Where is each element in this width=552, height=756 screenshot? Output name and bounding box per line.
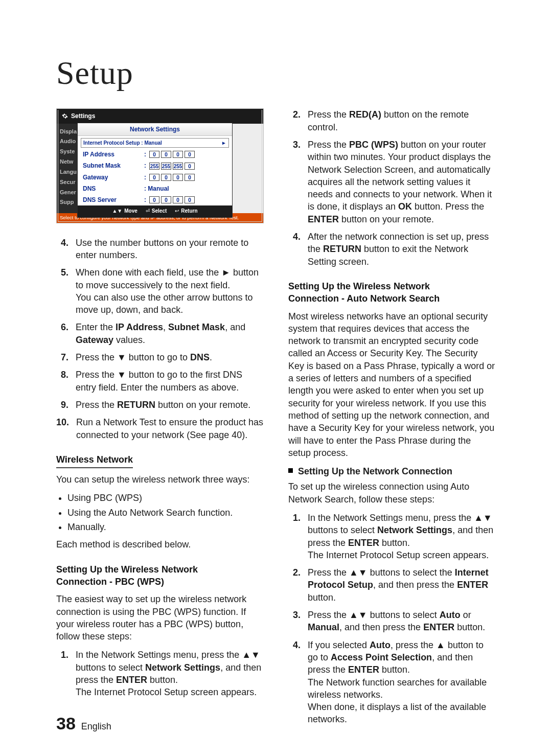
list-item: 1.In the Network Settings menu, press th… (56, 649, 264, 698)
ip-octets: : 0 0 0 0 (144, 173, 195, 181)
list-item: 2.Press the ▲▼ buttons to select the Int… (288, 566, 496, 604)
colon: : (144, 162, 146, 170)
subnet-mask-row: Subnet Mask : 255 255 255 0 (78, 160, 232, 171)
step-number: 1. (288, 512, 301, 561)
columns: Settings Displa Audio Syste Netw Langu S… (56, 108, 496, 730)
step-text: After the network connection is set up, … (308, 231, 496, 268)
octet: 0 (173, 196, 183, 203)
osd-panel: Network Settings Internet Protocol Setup… (77, 123, 233, 218)
octet: 255 (173, 163, 183, 170)
left-column: Settings Displa Audio Syste Netw Langu S… (56, 108, 264, 730)
step-number: 9. (56, 399, 68, 411)
softkey-select: ⏎Select (146, 208, 167, 215)
octet: 255 (149, 163, 159, 170)
wireless-note: Each method is described below. (56, 538, 264, 551)
step-number: 7. (56, 351, 68, 363)
sub-heading-text: Setting Up the Network Connection (298, 465, 452, 477)
sub-heading: Setting Up the Network Connection (288, 465, 496, 477)
step-text: Run a Network Test to ensure the product… (76, 416, 264, 441)
step-text: Press the RETURN button on your remote. (76, 399, 264, 411)
step-text: Press the ▼ button to go to the first DN… (76, 369, 264, 394)
auto-sub-paragraph: To set up the wireless connection using … (288, 480, 496, 506)
step-number: 4. (288, 639, 301, 726)
square-icon (288, 468, 293, 473)
octet: 0 (185, 174, 195, 181)
osd-body: Displa Audio Syste Netw Langu Secur Gene… (57, 124, 263, 223)
footer-lang: English (81, 721, 111, 731)
step-number: 1. (56, 649, 68, 698)
step-text: Press the ▼ button to go to DNS. (76, 351, 264, 363)
octet: 0 (173, 174, 183, 181)
row-label: Subnet Mask (83, 162, 144, 170)
gateway-row: Gateway : 0 0 0 0 (78, 172, 232, 183)
page: Setup Settings Displa Audio Syste Netw (0, 0, 552, 756)
softkey-return: ↩Return (175, 208, 197, 215)
list-item: 8.Press the ▼ button to go to the first … (56, 369, 264, 394)
row-label: IP Address (83, 150, 144, 158)
softkey-move: ▲▼Move (112, 208, 137, 215)
octet: 0 (149, 196, 159, 203)
pbc-step-1: 1.In the Network Settings menu, press th… (56, 649, 264, 698)
step-text: In the Network Settings menu, press the … (76, 649, 264, 698)
colon: : (144, 196, 146, 204)
octet: 0 (185, 151, 195, 158)
ip-octets: : 0 0 0 0 (144, 196, 195, 204)
octet: 0 (161, 196, 171, 203)
page-title: Setup (56, 51, 496, 95)
list-item: Using PBC (WPS) (67, 492, 264, 504)
list-item: 4.Use the number buttons on your remote … (56, 237, 264, 262)
wireless-network-heading: Wireless Network (56, 453, 264, 468)
auto-steps: 1.In the Network Settings menu, press th… (288, 512, 496, 726)
octet: 0 (173, 151, 183, 158)
octet: 0 (185, 196, 195, 203)
list-item: 4.After the network connection is set up… (288, 231, 496, 268)
octet: 0 (149, 174, 159, 181)
step-number: 10. (56, 416, 69, 441)
step-text: Press the ▲▼ buttons to select the Inter… (308, 566, 496, 604)
list-item: 10.Run a Network Test to ensure the prod… (56, 416, 264, 441)
ip-address-row: IP Address : 0 0 0 0 (78, 149, 232, 160)
step-text: If you selected Auto, press the ▲ button… (308, 639, 496, 726)
dns-value: : Manual (144, 185, 169, 193)
list-item: 3.Press the PBC (WPS) button on your rou… (288, 139, 496, 225)
enter-icon: ⏎ (146, 208, 150, 215)
pbc-heading: Setting Up the Wireless Network Connecti… (56, 563, 264, 588)
page-footer: 38 English (56, 712, 111, 736)
chevron-right-icon: ► (221, 140, 226, 147)
colon: : (144, 150, 146, 158)
list-item: Using the Auto Network Search function. (67, 507, 264, 519)
pbc-steps-2-4: 2.Press the RED(A) button on the remote … (288, 108, 496, 268)
softkey-label: Move (124, 208, 137, 215)
right-column: 2.Press the RED(A) button on the remote … (288, 108, 496, 730)
octet: 0 (149, 151, 159, 158)
ip-octets: : 0 0 0 0 (144, 150, 195, 158)
step-text: Enter the IP Address, Subnet Mask, and G… (76, 321, 264, 346)
pbc-intro: The easiest way to set up the wireless n… (56, 593, 264, 643)
row-label: DNS (83, 185, 144, 193)
steps-4-10: 4.Use the number buttons on your remote … (56, 237, 264, 441)
step-number: 6. (56, 321, 68, 346)
auto-paragraph: Most wireless networks have an optional … (288, 310, 496, 460)
softkey-bar: ▲▼Move ⏎Select ↩Return (78, 205, 232, 217)
octet: 0 (161, 174, 171, 181)
step-number: 4. (288, 231, 301, 268)
row-label: DNS Server (83, 196, 144, 204)
list-item: 3.Press the ▲▼ buttons to select Auto or… (288, 609, 496, 634)
step-number: 8. (56, 369, 68, 394)
list-item: 2.Press the RED(A) button on the remote … (288, 108, 496, 133)
ip-octets: : 255 255 255 0 (144, 162, 195, 170)
softkey-label: Return (181, 208, 197, 215)
list-item: 5.When done with each field, use the ► b… (56, 266, 264, 316)
dns-row: DNS : Manual (78, 183, 232, 194)
list-item: 6.Enter the IP Address, Subnet Mask, and… (56, 321, 264, 346)
octet: 255 (161, 163, 171, 170)
auto-heading: Setting Up the Wireless Network Connecti… (288, 280, 496, 305)
softkey-label: Select (152, 208, 167, 215)
list-item: Manually. (67, 521, 264, 533)
step-number: 2. (288, 566, 301, 604)
octet: 0 (185, 163, 195, 170)
step-text: In the Network Settings menu, press the … (308, 512, 496, 561)
row-label: Gateway (83, 173, 144, 181)
list-item: 4.If you selected Auto, press the ▲ butt… (288, 639, 496, 726)
step-text: When done with each field, use the ► but… (76, 266, 264, 316)
